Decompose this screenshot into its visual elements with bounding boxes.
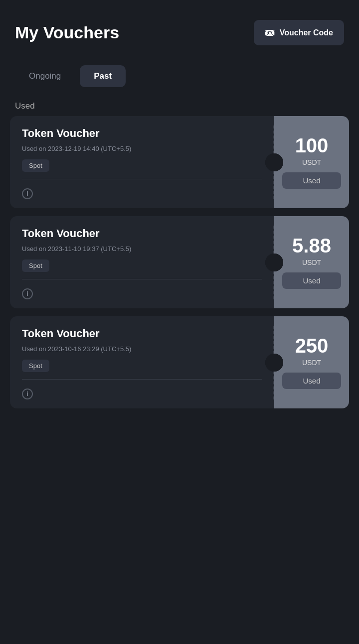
voucher-right-0: 100 USDT Used bbox=[274, 116, 349, 208]
section-label: Used bbox=[0, 92, 359, 116]
voucher-date-0: Used on 2023-12-19 14:40 (UTC+5.5) bbox=[22, 145, 262, 152]
voucher-status-1: Used bbox=[282, 272, 341, 289]
tab-ongoing[interactable]: Ongoing bbox=[15, 65, 75, 87]
voucher-divider-2 bbox=[22, 379, 262, 380]
voucher-tag-0: Spot bbox=[22, 159, 49, 172]
voucher-card: Token Voucher Used on 2023-10-16 23:29 (… bbox=[10, 316, 349, 408]
voucher-right-1: 5.88 USDT Used bbox=[274, 216, 349, 308]
ticket-icon: 🎟 bbox=[265, 27, 275, 38]
voucher-tag-1: Spot bbox=[22, 259, 49, 272]
voucher-amount-2: 250 bbox=[295, 336, 329, 356]
voucher-currency-2: USDT bbox=[302, 359, 321, 367]
voucher-left-2: Token Voucher Used on 2023-10-16 23:29 (… bbox=[10, 316, 274, 408]
voucher-name-0: Token Voucher bbox=[22, 127, 262, 140]
voucher-status-2: Used bbox=[282, 373, 341, 389]
page-title: My Vouchers bbox=[15, 23, 119, 42]
voucher-currency-0: USDT bbox=[302, 158, 321, 166]
voucher-divider-0 bbox=[22, 179, 262, 179]
voucher-status-0: Used bbox=[282, 172, 341, 189]
voucher-name-2: Token Voucher bbox=[22, 327, 262, 340]
voucher-currency-1: USDT bbox=[302, 258, 321, 266]
voucher-name-1: Token Voucher bbox=[22, 227, 262, 240]
tab-past[interactable]: Past bbox=[80, 65, 126, 87]
voucher-code-label: Voucher Code bbox=[280, 28, 333, 37]
voucher-card: Token Voucher Used on 2023-11-10 19:37 (… bbox=[10, 216, 349, 308]
voucher-amount-1: 5.88 bbox=[292, 236, 331, 256]
voucher-date-2: Used on 2023-10-16 23:29 (UTC+5.5) bbox=[22, 345, 262, 353]
voucher-date-1: Used on 2023-11-10 19:37 (UTC+5.5) bbox=[22, 245, 262, 253]
header: My Vouchers 🎟 Voucher Code bbox=[0, 0, 359, 55]
voucher-left-1: Token Voucher Used on 2023-11-10 19:37 (… bbox=[10, 216, 274, 308]
tabs-container: Ongoing Past bbox=[0, 55, 359, 92]
info-icon-2[interactable]: i bbox=[22, 388, 33, 399]
info-icon-1[interactable]: i bbox=[22, 288, 33, 299]
voucher-code-button[interactable]: 🎟 Voucher Code bbox=[254, 20, 344, 45]
voucher-left-0: Token Voucher Used on 2023-12-19 14:40 (… bbox=[10, 116, 274, 208]
voucher-amount-0: 100 bbox=[295, 135, 329, 155]
voucher-card: Token Voucher Used on 2023-12-19 14:40 (… bbox=[10, 116, 349, 208]
info-icon-0[interactable]: i bbox=[22, 188, 33, 199]
voucher-divider-1 bbox=[22, 279, 262, 279]
voucher-tag-2: Spot bbox=[22, 360, 49, 372]
vouchers-list: Token Voucher Used on 2023-12-19 14:40 (… bbox=[0, 116, 359, 408]
voucher-right-2: 250 USDT Used bbox=[274, 316, 349, 408]
